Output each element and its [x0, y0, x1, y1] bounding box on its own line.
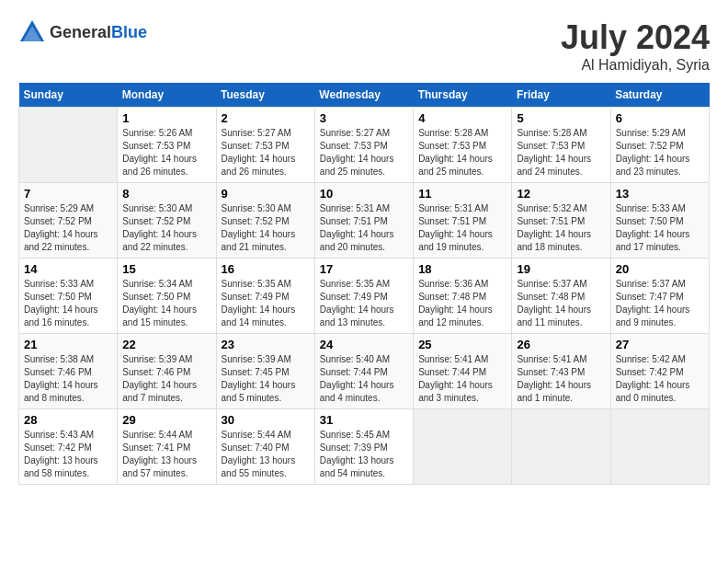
- logo-text-general: General: [50, 23, 111, 41]
- day-number: 15: [122, 262, 210, 276]
- logo-text-blue: Blue: [111, 23, 147, 41]
- cell-sun-info: Sunrise: 5:39 AMSunset: 7:45 PMDaylight:…: [222, 353, 310, 405]
- day-number: 16: [222, 262, 310, 276]
- day-number: 25: [418, 338, 506, 351]
- cell-sun-info: Sunrise: 5:40 AMSunset: 7:44 PMDaylight:…: [320, 353, 408, 405]
- cell-sun-info: Sunrise: 5:33 AMSunset: 7:50 PMDaylight:…: [616, 202, 704, 254]
- day-number: 26: [517, 338, 605, 351]
- calendar-cell: 24Sunrise: 5:40 AMSunset: 7:44 PMDayligh…: [314, 334, 413, 409]
- day-number: 30: [222, 413, 310, 427]
- calendar-cell: 17Sunrise: 5:35 AMSunset: 7:49 PMDayligh…: [314, 259, 413, 334]
- calendar-cell: 28Sunrise: 5:43 AMSunset: 7:42 PMDayligh…: [19, 409, 118, 485]
- calendar-cell: 16Sunrise: 5:35 AMSunset: 7:49 PMDayligh…: [216, 259, 314, 334]
- day-number: 24: [320, 338, 408, 351]
- calendar-week-row: 14Sunrise: 5:33 AMSunset: 7:50 PMDayligh…: [19, 259, 710, 334]
- calendar-cell: 10Sunrise: 5:31 AMSunset: 7:51 PMDayligh…: [314, 183, 413, 259]
- calendar-week-row: 7Sunrise: 5:29 AMSunset: 7:52 PMDaylight…: [19, 183, 710, 259]
- calendar-cell: [414, 409, 512, 485]
- day-number: 21: [24, 338, 112, 351]
- calendar-cell: 31Sunrise: 5:45 AMSunset: 7:39 PMDayligh…: [314, 409, 413, 485]
- month-title: July 2024: [561, 18, 710, 57]
- day-number: 22: [122, 338, 210, 351]
- day-number: 6: [616, 111, 704, 125]
- page-header: GeneralBlue July 2024 Al Hamidiyah, Syri…: [18, 18, 710, 74]
- cell-sun-info: Sunrise: 5:44 AMSunset: 7:40 PMDaylight:…: [222, 429, 310, 480]
- calendar-week-row: 28Sunrise: 5:43 AMSunset: 7:42 PMDayligh…: [19, 409, 710, 485]
- weekday-header-thursday: Thursday: [414, 83, 512, 108]
- calendar-cell: 7Sunrise: 5:29 AMSunset: 7:52 PMDaylight…: [19, 183, 118, 259]
- weekday-header-sunday: Sunday: [19, 83, 118, 108]
- calendar-cell: 19Sunrise: 5:37 AMSunset: 7:48 PMDayligh…: [512, 259, 610, 334]
- logo-icon: [18, 18, 46, 46]
- calendar-table: SundayMondayTuesdayWednesdayThursdayFrid…: [18, 83, 710, 485]
- day-number: 19: [517, 262, 605, 276]
- day-number: 27: [616, 338, 704, 351]
- cell-sun-info: Sunrise: 5:35 AMSunset: 7:49 PMDaylight:…: [320, 278, 408, 329]
- cell-sun-info: Sunrise: 5:36 AMSunset: 7:48 PMDaylight:…: [418, 278, 506, 329]
- cell-sun-info: Sunrise: 5:33 AMSunset: 7:50 PMDaylight:…: [24, 278, 112, 329]
- day-number: 2: [222, 111, 310, 125]
- day-number: 11: [418, 187, 506, 201]
- calendar-cell: 26Sunrise: 5:41 AMSunset: 7:43 PMDayligh…: [512, 334, 610, 409]
- day-number: 4: [418, 111, 506, 125]
- day-number: 31: [320, 413, 408, 427]
- location-title: Al Hamidiyah, Syria: [561, 57, 710, 74]
- weekday-header-monday: Monday: [118, 83, 216, 108]
- day-number: 28: [24, 413, 112, 427]
- calendar-cell: 5Sunrise: 5:28 AMSunset: 7:53 PMDaylight…: [512, 108, 610, 183]
- calendar-cell: 11Sunrise: 5:31 AMSunset: 7:51 PMDayligh…: [414, 183, 512, 259]
- cell-sun-info: Sunrise: 5:29 AMSunset: 7:52 PMDaylight:…: [616, 127, 704, 178]
- cell-sun-info: Sunrise: 5:30 AMSunset: 7:52 PMDaylight:…: [122, 202, 210, 254]
- calendar-cell: 8Sunrise: 5:30 AMSunset: 7:52 PMDaylight…: [118, 183, 216, 259]
- day-number: 17: [320, 262, 408, 276]
- cell-sun-info: Sunrise: 5:42 AMSunset: 7:42 PMDaylight:…: [616, 353, 704, 405]
- cell-sun-info: Sunrise: 5:28 AMSunset: 7:53 PMDaylight:…: [517, 127, 605, 178]
- calendar-cell: 22Sunrise: 5:39 AMSunset: 7:46 PMDayligh…: [118, 334, 216, 409]
- day-number: 12: [517, 187, 605, 201]
- calendar-cell: 18Sunrise: 5:36 AMSunset: 7:48 PMDayligh…: [414, 259, 512, 334]
- calendar-cell: 1Sunrise: 5:26 AMSunset: 7:53 PMDaylight…: [118, 108, 216, 183]
- calendar-cell: 15Sunrise: 5:34 AMSunset: 7:50 PMDayligh…: [118, 259, 216, 334]
- cell-sun-info: Sunrise: 5:30 AMSunset: 7:52 PMDaylight:…: [222, 202, 310, 254]
- weekday-header-tuesday: Tuesday: [216, 83, 314, 108]
- calendar-cell: 13Sunrise: 5:33 AMSunset: 7:50 PMDayligh…: [610, 183, 709, 259]
- calendar-cell: 12Sunrise: 5:32 AMSunset: 7:51 PMDayligh…: [512, 183, 610, 259]
- calendar-cell: 20Sunrise: 5:37 AMSunset: 7:47 PMDayligh…: [610, 259, 709, 334]
- calendar-cell: 3Sunrise: 5:27 AMSunset: 7:53 PMDaylight…: [314, 108, 413, 183]
- day-number: 23: [222, 338, 310, 351]
- cell-sun-info: Sunrise: 5:27 AMSunset: 7:53 PMDaylight:…: [320, 127, 408, 178]
- calendar-cell: 2Sunrise: 5:27 AMSunset: 7:53 PMDaylight…: [216, 108, 314, 183]
- cell-sun-info: Sunrise: 5:27 AMSunset: 7:53 PMDaylight:…: [222, 127, 310, 178]
- calendar-week-row: 21Sunrise: 5:38 AMSunset: 7:46 PMDayligh…: [19, 334, 710, 409]
- cell-sun-info: Sunrise: 5:39 AMSunset: 7:46 PMDaylight:…: [122, 353, 210, 405]
- calendar-cell: 9Sunrise: 5:30 AMSunset: 7:52 PMDaylight…: [216, 183, 314, 259]
- calendar-cell: 27Sunrise: 5:42 AMSunset: 7:42 PMDayligh…: [610, 334, 709, 409]
- cell-sun-info: Sunrise: 5:29 AMSunset: 7:52 PMDaylight:…: [24, 202, 112, 254]
- calendar-cell: [19, 108, 118, 183]
- day-number: 9: [222, 187, 310, 201]
- calendar-cell: [610, 409, 709, 485]
- weekday-header-wednesday: Wednesday: [314, 83, 413, 108]
- day-number: 14: [24, 262, 112, 276]
- cell-sun-info: Sunrise: 5:34 AMSunset: 7:50 PMDaylight:…: [122, 278, 210, 329]
- cell-sun-info: Sunrise: 5:37 AMSunset: 7:47 PMDaylight:…: [616, 278, 704, 329]
- title-area: July 2024 Al Hamidiyah, Syria: [561, 18, 710, 74]
- weekday-header-friday: Friday: [512, 83, 610, 108]
- day-number: 1: [122, 111, 210, 125]
- day-number: 3: [320, 111, 408, 125]
- cell-sun-info: Sunrise: 5:44 AMSunset: 7:41 PMDaylight:…: [122, 429, 210, 480]
- day-number: 5: [517, 111, 605, 125]
- day-number: 10: [320, 187, 408, 201]
- cell-sun-info: Sunrise: 5:43 AMSunset: 7:42 PMDaylight:…: [24, 429, 112, 480]
- calendar-cell: 25Sunrise: 5:41 AMSunset: 7:44 PMDayligh…: [414, 334, 512, 409]
- logo: GeneralBlue: [18, 18, 147, 46]
- cell-sun-info: Sunrise: 5:37 AMSunset: 7:48 PMDaylight:…: [517, 278, 605, 329]
- cell-sun-info: Sunrise: 5:45 AMSunset: 7:39 PMDaylight:…: [320, 429, 408, 480]
- cell-sun-info: Sunrise: 5:41 AMSunset: 7:44 PMDaylight:…: [418, 353, 506, 405]
- cell-sun-info: Sunrise: 5:31 AMSunset: 7:51 PMDaylight:…: [418, 202, 506, 254]
- cell-sun-info: Sunrise: 5:32 AMSunset: 7:51 PMDaylight:…: [517, 202, 605, 254]
- calendar-cell: 21Sunrise: 5:38 AMSunset: 7:46 PMDayligh…: [19, 334, 118, 409]
- cell-sun-info: Sunrise: 5:26 AMSunset: 7:53 PMDaylight:…: [122, 127, 210, 178]
- calendar-cell: 23Sunrise: 5:39 AMSunset: 7:45 PMDayligh…: [216, 334, 314, 409]
- calendar-week-row: 1Sunrise: 5:26 AMSunset: 7:53 PMDaylight…: [19, 108, 710, 183]
